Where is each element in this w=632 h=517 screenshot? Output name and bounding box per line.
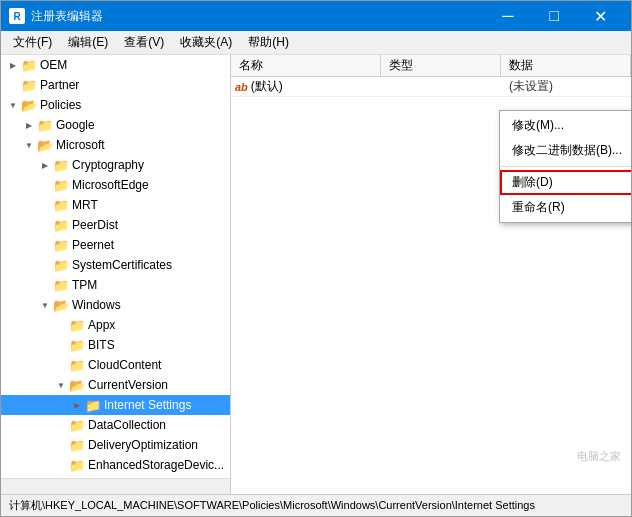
tree-item-oem[interactable]: ▶ 📁 OEM [1,55,230,75]
type-icon: ab [235,81,248,93]
expander-peerdist[interactable] [37,217,53,233]
tree-item-policies[interactable]: ▼ 📂 Policies [1,95,230,115]
expander-deliveryopt[interactable] [53,437,69,453]
expander-cloudcontent[interactable] [53,357,69,373]
expander-cryptography[interactable]: ▶ [37,157,53,173]
expander-currentversion[interactable]: ▼ [53,377,69,393]
expander-appx[interactable] [53,317,69,333]
tree-label-enhancedstorage: EnhancedStorageDevic... [88,458,224,472]
tree-item-google[interactable]: ▶ 📁 Google [1,115,230,135]
tree-hscroll[interactable] [1,478,230,494]
folder-icon-google: 📁 [37,117,53,133]
menu-view[interactable]: 查看(V) [116,32,172,53]
folder-icon-windows: 📂 [53,297,69,313]
tree-label-mrt: MRT [72,198,98,212]
expander-windows[interactable]: ▼ [37,297,53,313]
close-button[interactable]: ✕ [577,1,623,31]
row-name-label: (默认) [251,78,283,95]
app-icon: R [9,8,25,24]
tree-item-currentversion[interactable]: ▼ 📂 CurrentVersion [1,375,230,395]
column-type-label: 类型 [389,57,413,74]
right-panel: 名称 类型 数据 ab (默认) (未设置) [231,55,631,494]
folder-icon-appx: 📁 [69,317,85,333]
folder-icon-peernet: 📁 [53,237,69,253]
tree-label-bits: BITS [88,338,115,352]
tree-label-internet-settings: Internet Settings [104,398,191,412]
tree-label-cryptography: Cryptography [72,158,144,172]
menu-help[interactable]: 帮助(H) [240,32,297,53]
tree-label-partner: Partner [40,78,79,92]
folder-icon-datacollection: 📁 [69,417,85,433]
tree-item-cloudcontent[interactable]: 📁 CloudContent [1,355,230,375]
registry-editor-window: R 注册表编辑器 ─ □ ✕ 文件(F) 编辑(E) 查看(V) 收藏夹(A) … [0,0,632,517]
menu-edit[interactable]: 编辑(E) [60,32,116,53]
expander-datacollection[interactable] [53,417,69,433]
tree-label-deliveryopt: DeliveryOptimization [88,438,198,452]
expander-microsoft[interactable]: ▼ [21,137,37,153]
column-name[interactable]: 名称 [231,55,381,76]
column-type[interactable]: 类型 [381,55,501,76]
expander-peernet[interactable] [37,237,53,253]
expander-tpm[interactable] [37,277,53,293]
tree-item-microsoft[interactable]: ▼ 📂 Microsoft [1,135,230,155]
tree-item-bits[interactable]: 📁 BITS [1,335,230,355]
menu-bar: 文件(F) 编辑(E) 查看(V) 收藏夹(A) 帮助(H) [1,31,631,55]
folder-icon-peerdist: 📁 [53,217,69,233]
folder-icon-bits: 📁 [69,337,85,353]
table-header: 名称 类型 数据 [231,55,631,77]
ctx-rename[interactable]: 重命名(R) [500,195,631,220]
title-bar: R 注册表编辑器 ─ □ ✕ [1,1,631,31]
status-text: 计算机\HKEY_LOCAL_MACHINE\SOFTWARE\Policies… [9,498,535,513]
tree-item-tpm[interactable]: 📁 TPM [1,275,230,295]
expander-oem[interactable]: ▶ [5,57,21,73]
column-data-label: 数据 [509,57,533,74]
folder-icon-deliveryopt: 📁 [69,437,85,453]
tree-item-appx[interactable]: 📁 Appx [1,315,230,335]
tree-item-peernet[interactable]: 📁 Peernet [1,235,230,255]
folder-icon-mrt: 📁 [53,197,69,213]
folder-icon-msedge: 📁 [53,177,69,193]
tree-item-deliveryopt[interactable]: 📁 DeliveryOptimization [1,435,230,455]
folder-icon-enhancedstorage: 📁 [69,457,85,473]
main-content: ▶ 📁 OEM 📁 Partner ▼ 📂 Policies [1,55,631,494]
menu-favorites[interactable]: 收藏夹(A) [172,32,240,53]
ctx-modify-binary[interactable]: 修改二进制数据(B)... [500,138,631,163]
folder-icon-oem: 📁 [21,57,37,73]
folder-icon-tpm: 📁 [53,277,69,293]
menu-file[interactable]: 文件(F) [5,32,60,53]
expander-internet-settings[interactable]: ▶ [69,397,85,413]
expander-enhancedstorage[interactable] [53,457,69,473]
tree-item-partner[interactable]: 📁 Partner [1,75,230,95]
folder-icon-currentversion: 📂 [69,377,85,393]
expander-mrt[interactable] [37,197,53,213]
tree-item-msedge[interactable]: 📁 MicrosoftEdge [1,175,230,195]
tree-scroll[interactable]: ▶ 📁 OEM 📁 Partner ▼ 📂 Policies [1,55,230,478]
tree-label-google: Google [56,118,95,132]
tree-item-syscerts[interactable]: 📁 SystemCertificates [1,255,230,275]
ctx-delete[interactable]: 删除(D) [500,170,631,195]
expander-partner[interactable] [5,77,21,93]
expander-syscerts[interactable] [37,257,53,273]
tree-label-msedge: MicrosoftEdge [72,178,149,192]
tree-item-cryptography[interactable]: ▶ 📁 Cryptography [1,155,230,175]
maximize-button[interactable]: □ [531,1,577,31]
tree-item-enhancedstorage[interactable]: 📁 EnhancedStorageDevic... [1,455,230,475]
tree-item-windows[interactable]: ▼ 📂 Windows [1,295,230,315]
context-menu: 修改(M)... 修改二进制数据(B)... 删除(D) 重命名(R) [499,110,631,223]
expander-msedge[interactable] [37,177,53,193]
column-data[interactable]: 数据 [501,55,631,76]
table-row[interactable]: ab (默认) (未设置) [231,77,631,97]
tree-label-peernet: Peernet [72,238,114,252]
tree-item-datacollection[interactable]: 📁 DataCollection [1,415,230,435]
tree-label-windows: Windows [72,298,121,312]
ctx-modify[interactable]: 修改(M)... [500,113,631,138]
expander-bits[interactable] [53,337,69,353]
minimize-button[interactable]: ─ [485,1,531,31]
tree-item-mrt[interactable]: 📁 MRT [1,195,230,215]
tree-item-peerdist[interactable]: 📁 PeerDist [1,215,230,235]
expander-policies[interactable]: ▼ [5,97,21,113]
expander-google[interactable]: ▶ [21,117,37,133]
folder-icon-internet-settings: 📁 [85,397,101,413]
tree-item-internet-settings[interactable]: ▶ 📁 Internet Settings [1,395,230,415]
status-bar: 计算机\HKEY_LOCAL_MACHINE\SOFTWARE\Policies… [1,494,631,516]
